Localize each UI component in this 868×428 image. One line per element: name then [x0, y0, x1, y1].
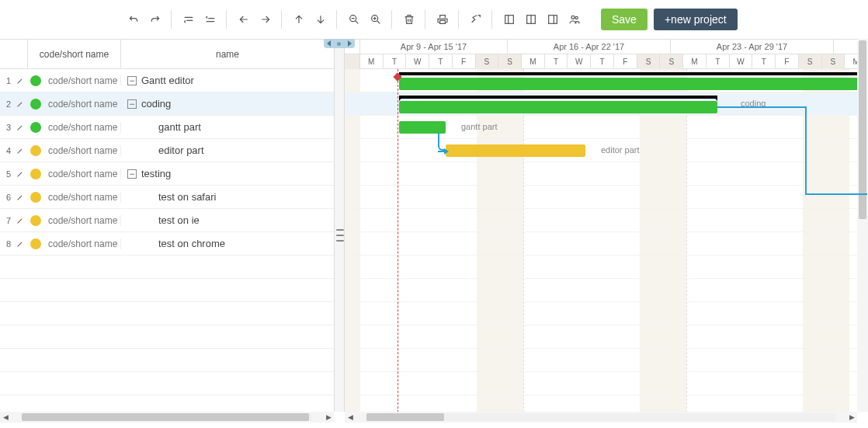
- move-down-button[interactable]: [311, 10, 330, 29]
- task-name[interactable]: editor part: [121, 144, 334, 156]
- empty-row: [0, 372, 334, 395]
- layout-1-button[interactable]: [500, 10, 519, 29]
- day-header: T: [429, 54, 453, 69]
- grid-header: code/short name name: [0, 40, 334, 69]
- chart-body[interactable]: codinggantt parteditor part: [345, 69, 868, 412]
- task-code[interactable]: code/short name: [43, 99, 121, 110]
- chart-row: [345, 372, 868, 395]
- scroll-right-icon[interactable]: ▶: [323, 412, 334, 423]
- day-header: S: [660, 54, 683, 69]
- scroll-left-icon[interactable]: ◀: [345, 412, 356, 423]
- outdent-button[interactable]: [234, 10, 253, 29]
- day-header: M: [522, 54, 545, 69]
- svg-rect-2: [505, 16, 514, 24]
- move-up-button[interactable]: [290, 10, 308, 29]
- undo-button[interactable]: [124, 10, 143, 29]
- status-dot: [28, 169, 43, 179]
- task-row[interactable]: 1code/short name−Gantt editor: [0, 69, 334, 92]
- edit-icon[interactable]: [12, 77, 28, 85]
- task-name[interactable]: −Gantt editor: [121, 75, 334, 86]
- week-header: Apr 9 - Apr 15 '17: [360, 40, 508, 54]
- task-bar[interactable]: [446, 144, 585, 157]
- row-number: 3: [0, 123, 12, 132]
- task-row[interactable]: 5code/short name−testing: [0, 162, 334, 186]
- empty-row: [0, 302, 334, 325]
- task-row[interactable]: 8code/short nametest on chrome: [0, 232, 334, 256]
- row-number: 5: [0, 169, 12, 179]
- insert-below-button[interactable]: [201, 10, 220, 29]
- layout-3-button[interactable]: [543, 10, 562, 29]
- day-header: S: [822, 54, 845, 69]
- indent-button[interactable]: [256, 10, 275, 29]
- bar-label: editor part: [601, 145, 640, 155]
- edit-icon[interactable]: [12, 170, 28, 178]
- day-header: T: [752, 54, 776, 69]
- day-header: S: [637, 54, 661, 69]
- edit-icon[interactable]: [12, 100, 28, 108]
- scroll-left-icon[interactable]: ◀: [0, 412, 11, 423]
- task-row[interactable]: 3code/short namegantt part: [0, 116, 334, 139]
- task-row[interactable]: 4code/short nameeditor part: [0, 139, 334, 162]
- row-number: 1: [0, 76, 12, 85]
- status-dot: [28, 75, 43, 86]
- task-name[interactable]: gantt part: [121, 121, 334, 133]
- edit-icon[interactable]: [12, 217, 28, 224]
- insert-above-button[interactable]: [179, 10, 198, 29]
- task-bar[interactable]: [399, 78, 868, 90]
- task-row[interactable]: 6code/short nametest on safari: [0, 186, 334, 209]
- left-scrollbar[interactable]: ◀ ▶: [0, 412, 334, 423]
- splitter[interactable]: [334, 40, 345, 412]
- task-code[interactable]: code/short name: [43, 238, 121, 249]
- zoom-out-button[interactable]: [345, 10, 363, 29]
- expander-icon[interactable]: −: [127, 99, 137, 109]
- task-name[interactable]: test on ie: [121, 214, 334, 226]
- timeline-header: Apr 9 - Apr 15 '17Apr 16 - Apr 22 '17Apr…: [345, 40, 868, 69]
- redo-button[interactable]: [146, 10, 165, 29]
- day-header: S: [799, 54, 822, 69]
- resources-button[interactable]: [565, 10, 584, 29]
- save-button[interactable]: Save: [601, 9, 648, 30]
- task-name[interactable]: test on safari: [121, 191, 334, 203]
- vertical-scrollbar[interactable]: [857, 39, 868, 412]
- task-bar[interactable]: [399, 101, 717, 113]
- delete-button[interactable]: [400, 10, 418, 29]
- chart-row: [345, 395, 868, 412]
- critical-path-button[interactable]: [467, 10, 485, 29]
- task-code[interactable]: code/short name: [43, 145, 121, 156]
- svg-rect-4: [549, 16, 557, 24]
- scroll-right-icon[interactable]: ▶: [846, 412, 857, 423]
- task-code[interactable]: code/short name: [43, 75, 121, 86]
- edit-icon[interactable]: [12, 147, 28, 155]
- task-code[interactable]: code/short name: [43, 215, 121, 226]
- row-number: 8: [0, 239, 12, 249]
- task-row[interactable]: 7code/short nametest on ie: [0, 209, 334, 232]
- task-name[interactable]: −coding: [121, 98, 334, 110]
- layout-2-button[interactable]: [522, 10, 540, 29]
- splitter-handle-icon: [336, 228, 344, 243]
- new-project-button[interactable]: +new project: [654, 9, 738, 30]
- print-button[interactable]: [433, 10, 452, 29]
- expander-icon[interactable]: −: [127, 76, 137, 85]
- task-code[interactable]: code/short name: [43, 192, 121, 203]
- summary-bar[interactable]: [399, 72, 868, 75]
- task-row[interactable]: 2code/short name−coding: [0, 92, 334, 116]
- chart-row: [345, 349, 868, 372]
- zoom-in-button[interactable]: [366, 10, 385, 29]
- toolbar: Save +new project: [0, 0, 868, 39]
- column-header-name[interactable]: name: [121, 40, 334, 68]
- edit-icon[interactable]: [12, 124, 28, 131]
- edit-icon[interactable]: [12, 240, 28, 248]
- column-header-code[interactable]: code/short name: [28, 40, 121, 68]
- task-code[interactable]: code/short name: [43, 169, 121, 179]
- expander-icon[interactable]: −: [127, 169, 137, 179]
- task-name[interactable]: test on chrome: [121, 238, 334, 249]
- task-code[interactable]: code/short name: [43, 122, 121, 133]
- right-scrollbar[interactable]: ◀ ▶: [345, 412, 857, 423]
- summary-bar[interactable]: [399, 96, 717, 99]
- chart-row: [345, 232, 868, 256]
- row-number: 4: [0, 146, 12, 155]
- edit-icon[interactable]: [12, 193, 28, 201]
- task-bar[interactable]: [399, 121, 446, 134]
- chart-row: [345, 186, 868, 209]
- task-name[interactable]: −testing: [121, 168, 334, 179]
